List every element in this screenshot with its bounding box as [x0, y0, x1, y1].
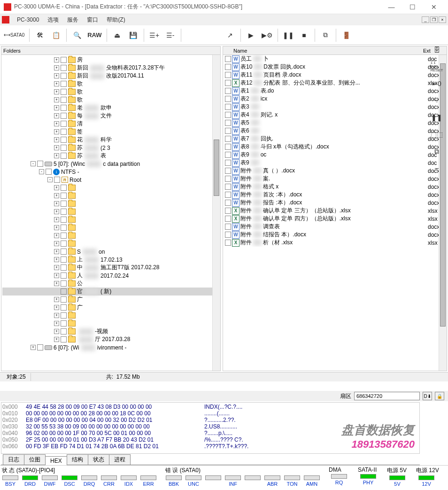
checkbox[interactable]	[61, 217, 67, 223]
file-list[interactable]: W员工xxx卜docW表10xxxD发票 回执.docxdocxW表11xxx页…	[223, 55, 447, 371]
checkbox[interactable]	[61, 185, 67, 191]
checkbox[interactable]	[61, 89, 67, 95]
checkbox[interactable]	[61, 209, 67, 215]
tree-row[interactable]: +花xxxxx科学	[2, 136, 219, 144]
expand-icon[interactable]: +	[54, 81, 59, 86]
checkbox[interactable]	[225, 168, 231, 174]
expand-icon[interactable]: +	[54, 209, 59, 214]
stop-icon[interactable]: ■	[297, 28, 312, 43]
tree-row[interactable]: +	[2, 192, 219, 200]
expand-icon[interactable]: +	[54, 337, 59, 342]
checkbox[interactable]	[225, 216, 231, 222]
tree-row[interactable]: +新回xxxxx改版201704.11	[2, 72, 219, 80]
tree-row[interactable]: +歌	[2, 88, 219, 96]
checkbox[interactable]	[225, 88, 231, 94]
expand-icon[interactable]: +	[54, 57, 59, 62]
fork-icon[interactable]: ⑂	[430, 94, 443, 107]
exit-icon[interactable]: 🚪	[339, 28, 354, 43]
tree-row[interactable]: +xxxxx厅 2017.03.28	[2, 335, 219, 343]
tree-scrollbar[interactable]	[212, 55, 220, 371]
expand-icon[interactable]: +	[54, 137, 59, 142]
file-row[interactable]: W表8xxx斗归 x单（勾选格式）.docxdocx	[223, 143, 447, 151]
expand-icon[interactable]: +	[54, 65, 59, 70]
checkbox[interactable]	[61, 257, 67, 263]
checkbox[interactable]	[61, 153, 67, 159]
tree-row[interactable]: +	[2, 319, 219, 327]
expand-icon[interactable]: +	[54, 145, 59, 150]
checkbox[interactable]	[225, 192, 231, 198]
expand-icon[interactable]: +	[54, 193, 59, 198]
expand-icon[interactable]: +	[54, 233, 59, 238]
file-row[interactable]: W表3xxxdocx	[223, 103, 447, 111]
expand-icon[interactable]: -	[39, 169, 44, 174]
tab-状态[interactable]: 状态	[88, 454, 109, 465]
tree-row[interactable]: +xxxxx-视频	[2, 327, 219, 335]
checkbox[interactable]	[225, 200, 231, 206]
checkbox[interactable]	[225, 152, 231, 158]
sata-button[interactable]: ⟷SATA0	[2, 28, 26, 43]
file-row[interactable]: W附件xxx结报告 本）.docxdocx	[223, 231, 447, 239]
expand-icon[interactable]: +	[54, 201, 59, 206]
tab-进程[interactable]: 进程	[109, 454, 131, 465]
tree-row[interactable]: +中xxxxx施工图T7版 2017.02.28	[2, 264, 219, 272]
tree-row[interactable]: +新回xxxxx殳物料表2017.3.28下午	[2, 64, 219, 72]
tree-row[interactable]: +歌	[2, 80, 219, 88]
checkbox[interactable]	[61, 105, 67, 111]
file-row[interactable]: W附件xxx格式 xdocx	[223, 183, 447, 191]
file-row[interactable]: W员工xxx卜doc	[223, 55, 447, 63]
checkbox[interactable]	[61, 249, 67, 255]
raw-button[interactable]: RAW	[85, 28, 103, 43]
tree-row[interactable]: +6 [07]: (Wixxxxxivironment -	[2, 343, 219, 351]
file-row[interactable]: W表9xxxdoc	[223, 159, 447, 167]
expand-icon[interactable]: +	[54, 241, 59, 246]
checkbox[interactable]	[225, 224, 231, 230]
tree-row[interactable]: +	[2, 311, 219, 319]
expand-icon[interactable]: +	[54, 89, 59, 94]
file-row[interactable]: W表9xxxocdoc	[223, 151, 447, 159]
checkbox[interactable]	[61, 137, 67, 143]
expand-icon[interactable]: +	[54, 121, 59, 126]
tree-row[interactable]: +广	[2, 296, 219, 303]
checkbox[interactable]	[225, 176, 231, 182]
expand-icon[interactable]: +	[54, 249, 59, 254]
file-row[interactable]: W表6xxxdocx	[223, 127, 447, 135]
mdi-restore[interactable]: ❐	[430, 16, 438, 23]
expand-icon[interactable]: +	[54, 153, 59, 158]
file-row[interactable]: W表4xxx则记. xdocx	[223, 111, 447, 119]
checkbox[interactable]	[61, 145, 67, 151]
expand-icon[interactable]: +	[54, 313, 59, 318]
tab-HEX[interactable]: HEX	[45, 456, 67, 465]
menu-help[interactable]: 帮助(Z)	[103, 15, 129, 25]
checkbox[interactable]	[225, 96, 231, 102]
header-name[interactable]: Name	[232, 48, 421, 54]
tree-row[interactable]: +人xxxxx2017.02.24	[2, 272, 219, 280]
checkbox[interactable]	[61, 320, 67, 327]
file-row[interactable]: X附件xxx析（材 .xlsxxlsx	[223, 239, 447, 247]
expand-icon[interactable]: +	[54, 105, 59, 110]
reset-icon[interactable]: 1 10 00RESET	[430, 60, 443, 73]
checkbox[interactable]	[225, 104, 231, 110]
mdi-close[interactable]: ×	[439, 16, 446, 23]
tree-row[interactable]: +每xxxxx文件	[2, 112, 219, 120]
expand-icon[interactable]: -	[47, 177, 53, 182]
checkbox[interactable]	[225, 232, 231, 238]
binoculars-icon[interactable]: 🔍	[70, 28, 85, 43]
checkbox[interactable]	[61, 97, 67, 103]
checkbox[interactable]	[225, 120, 231, 126]
close-button[interactable]: ✕	[423, 0, 444, 14]
expand-icon[interactable]: +	[54, 265, 59, 270]
checkbox[interactable]	[61, 336, 67, 342]
expand-icon[interactable]: +	[54, 297, 59, 302]
checkbox[interactable]	[225, 80, 231, 86]
funnel-icon[interactable]: ⏏	[110, 28, 125, 43]
expand-icon[interactable]: +	[54, 217, 59, 222]
slider-icon[interactable]: ⫟	[430, 162, 443, 175]
checkbox[interactable]	[61, 328, 67, 334]
checkbox[interactable]	[225, 208, 231, 214]
file-row[interactable]: W表1xxx表.dodocx	[223, 87, 447, 95]
pause-icon[interactable]: ❚❚	[281, 28, 296, 43]
checkbox[interactable]	[61, 272, 67, 279]
file-row[interactable]: W表5xxxdocx	[223, 119, 447, 127]
tree-row[interactable]: +	[2, 224, 219, 232]
tools-icon[interactable]: 🛠	[32, 28, 47, 43]
